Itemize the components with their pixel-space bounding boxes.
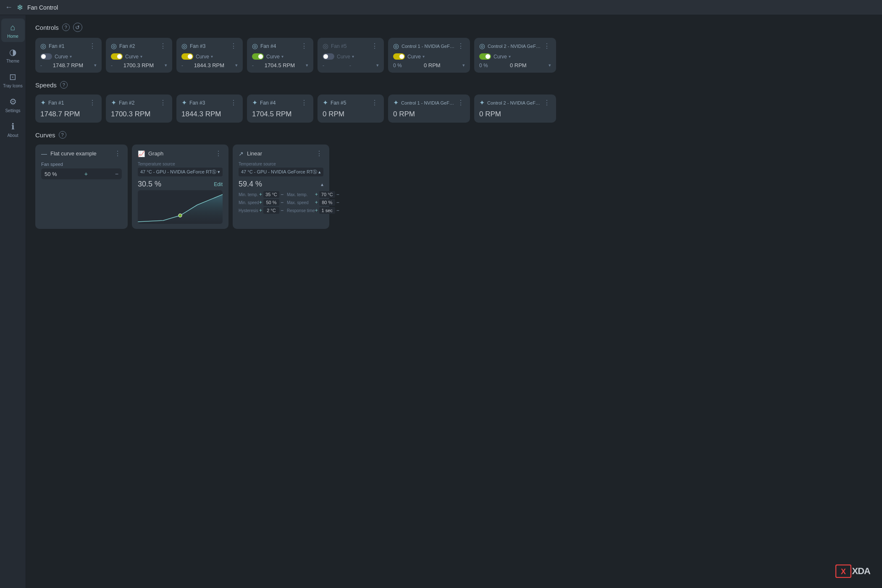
speed-fan4-rpm: 1704.5 RPM <box>252 110 292 118</box>
sidebar: ⌂ Home ◑ Theme ⊡ Tray Icons ⚙ Settings ℹ… <box>0 15 26 588</box>
fan4-title: Fan #4 <box>260 43 300 49</box>
nvidia2-menu[interactable]: ⋮ <box>543 42 551 50</box>
fan4-icon: ◎ <box>252 42 258 50</box>
controls-title: Controls <box>35 24 59 31</box>
max-speed-plus[interactable]: + <box>315 200 318 205</box>
max-temp-minus[interactable]: − <box>336 192 339 197</box>
sidebar-item-home[interactable]: ⌂ Home <box>1 18 25 42</box>
fan1-dash: - <box>40 63 42 68</box>
fan4-toggle[interactable] <box>252 53 264 60</box>
fan5-rpm: - <box>349 62 351 68</box>
nvidia1-curve-arrow: ▾ <box>423 54 425 59</box>
linear-collapse-button[interactable]: ▴ <box>321 181 323 187</box>
nvidia1-menu[interactable]: ⋮ <box>457 42 465 50</box>
fan1-toggle[interactable] <box>40 53 52 60</box>
min-speed-value: 50 % <box>263 199 279 206</box>
fan1-rpm: 1748.7 RPM <box>53 62 83 68</box>
nvidia2-rpm: 0 RPM <box>510 62 527 68</box>
max-speed-label: Max. speed <box>287 200 309 205</box>
speed-fan5-menu[interactable]: ⋮ <box>370 99 379 107</box>
linear-temp-source-select[interactable]: 47 °C - GPU - NVIDIA GeForce RTⓈ ▴ <box>239 168 323 176</box>
fan2-curve-label: Curve <box>125 54 139 60</box>
max-temp-plus[interactable]: + <box>315 192 318 197</box>
speed-nvidia1-menu[interactable]: ⋮ <box>457 99 465 107</box>
fan5-dash: - <box>323 63 324 68</box>
xda-text: XDA <box>852 566 870 577</box>
max-speed-minus[interactable]: − <box>336 200 339 205</box>
control-card-fan4: ◎ Fan #4 ⋮ Curve ▾ - 1704.5 RP <box>247 38 313 73</box>
graph-chart[interactable] <box>138 190 223 224</box>
min-temp-minus[interactable]: − <box>281 192 284 197</box>
settings-icon: ⚙ <box>9 97 17 107</box>
curve-card-linear: ↗ Linear ⋮ Temperature source 47 °C - GP… <box>233 144 329 229</box>
speed-card-nvidia2: ✦ Control 2 - NVIDIA GeForce RTX 3080 Ti… <box>474 94 556 123</box>
speed-fan4-menu[interactable]: ⋮ <box>300 99 308 107</box>
fan3-dash: - <box>181 63 183 68</box>
flat-speed-plus[interactable]: + <box>84 171 88 177</box>
max-temp-value: 70 °C <box>319 191 335 198</box>
curve-card-flat: — Flat curve example ⋮ Fan speed 50 % + … <box>35 144 128 229</box>
speed-fan1-menu[interactable]: ⋮ <box>88 99 97 107</box>
graph-temp-source-text: 47 °C - GPU - NVIDIA GeForce RTⓈ <box>140 169 216 175</box>
sidebar-item-about[interactable]: ℹ About <box>1 117 25 141</box>
speed-card-fan2: ✦ Fan #2 ⋮ 1700.3 RPM <box>106 94 172 123</box>
param-min-speed: Min. speed + 50 % − <box>239 199 284 206</box>
sidebar-item-theme[interactable]: ◑ Theme <box>1 43 25 67</box>
flat-curve-menu[interactable]: ⋮ <box>113 150 122 158</box>
controls-settings-button[interactable]: ↺ <box>73 23 82 32</box>
fan5-toggle[interactable] <box>323 53 334 60</box>
control-card-fan5: ◎ Fan #5 ⋮ Curve ▾ - - <box>318 38 384 73</box>
min-speed-plus[interactable]: + <box>259 200 262 205</box>
fan2-menu[interactable]: ⋮ <box>159 42 167 50</box>
fan1-title: Fan #1 <box>49 43 88 49</box>
back-button[interactable]: ← <box>5 3 13 12</box>
speed-fan2-menu[interactable]: ⋮ <box>159 99 167 107</box>
min-temp-plus[interactable]: + <box>259 192 262 197</box>
graph-temp-source-select[interactable]: 47 °C - GPU - NVIDIA GeForce RTⓈ ▾ <box>138 168 223 176</box>
flat-curve-icon: — <box>41 150 47 157</box>
speed-fan3-menu[interactable]: ⋮ <box>229 99 238 107</box>
nvidia2-title: Control 2 - NVIDIA GeForce RTX 3080 Ti <box>488 44 542 49</box>
nvidia2-curve-label: Curve <box>494 54 507 60</box>
sidebar-label-settings: Settings <box>5 108 20 113</box>
response-time-minus[interactable]: − <box>336 207 339 213</box>
graph-curve-icon: 📈 <box>138 150 145 157</box>
fan3-toggle[interactable] <box>181 53 193 60</box>
speed-nvidia2-menu[interactable]: ⋮ <box>543 99 551 107</box>
nvidia1-toggle[interactable] <box>393 53 405 60</box>
linear-percent: 59.4 % <box>239 180 262 189</box>
home-icon: ⌂ <box>10 23 15 32</box>
fan1-curve-arrow: ▾ <box>70 54 72 59</box>
linear-temp-dropdown-arrow: ▴ <box>318 169 321 175</box>
fan1-menu[interactable]: ⋮ <box>88 42 97 50</box>
speed-card-fan3: ✦ Fan #3 ⋮ 1844.3 RPM <box>176 94 243 123</box>
fan5-menu[interactable]: ⋮ <box>370 42 379 50</box>
graph-edit-button[interactable]: Edit <box>214 181 223 187</box>
response-time-label: Response time <box>287 208 315 213</box>
flat-speed-minus[interactable]: − <box>115 171 118 177</box>
sidebar-item-tray-icons[interactable]: ⊡ Tray Icons <box>1 68 25 92</box>
graph-curve-menu[interactable]: ⋮ <box>214 150 223 158</box>
fan3-menu[interactable]: ⋮ <box>229 42 238 50</box>
fan4-menu[interactable]: ⋮ <box>300 42 308 50</box>
sidebar-label-home: Home <box>7 34 18 39</box>
fan3-curve-label: Curve <box>196 54 209 60</box>
fan2-toggle[interactable] <box>111 53 123 60</box>
speed-fan1-title: Fan #1 <box>48 100 88 106</box>
curves-help-button[interactable]: ? <box>59 131 66 139</box>
response-time-plus[interactable]: + <box>315 207 318 213</box>
sidebar-item-settings[interactable]: ⚙ Settings <box>1 92 25 116</box>
speed-card-fan4: ✦ Fan #4 ⋮ 1704.5 RPM <box>247 94 313 123</box>
linear-curve-menu[interactable]: ⋮ <box>315 150 323 158</box>
svg-point-0 <box>178 214 182 217</box>
xda-logo-icon: X <box>835 564 851 578</box>
speeds-help-button[interactable]: ? <box>60 81 68 89</box>
hysteresis-plus[interactable]: + <box>259 207 262 213</box>
hysteresis-minus[interactable]: − <box>281 207 284 213</box>
response-time-value: 1 sec <box>319 207 335 214</box>
param-response-time: Response time + 1 sec − <box>287 207 339 214</box>
graph-temp-dropdown-arrow: ▾ <box>218 169 220 175</box>
min-speed-minus[interactable]: − <box>281 200 284 205</box>
controls-help-button[interactable]: ? <box>62 24 70 31</box>
nvidia2-toggle[interactable] <box>479 53 491 60</box>
